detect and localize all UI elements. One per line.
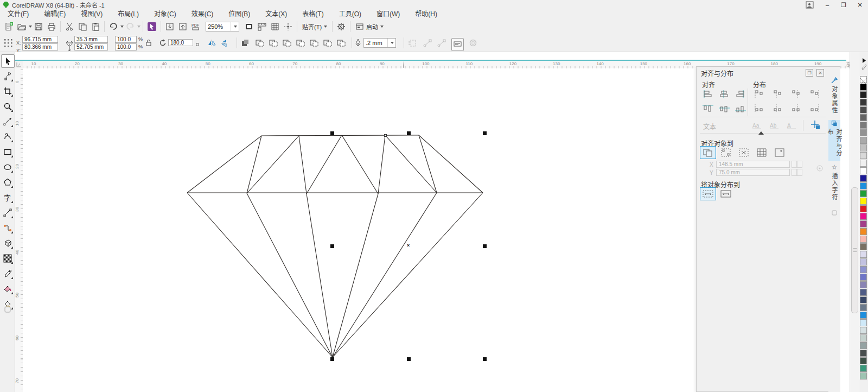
- show-grid-button[interactable]: [269, 20, 282, 33]
- scrollbar-thumb[interactable]: [851, 187, 858, 313]
- distribute-spacing-h-button[interactable]: [789, 87, 805, 100]
- color-swatch[interactable]: [860, 365, 867, 372]
- color-swatch[interactable]: [860, 312, 867, 319]
- freehand-tool[interactable]: [1, 115, 14, 128]
- crop-tool[interactable]: [1, 85, 14, 97]
- color-swatch[interactable]: [860, 266, 867, 273]
- undo-button[interactable]: [107, 20, 120, 33]
- distribute-spacing-v-button[interactable]: [789, 102, 805, 115]
- vertical-ruler[interactable]: 010203040506070: [15, 68, 23, 392]
- align-right-button[interactable]: [732, 87, 749, 100]
- docker-collapse-arrow[interactable]: [758, 131, 764, 135]
- no-color-swatch[interactable]: [860, 76, 867, 83]
- lock-ratio-button[interactable]: [145, 39, 152, 49]
- color-swatch[interactable]: [860, 296, 867, 304]
- outline-width-combo[interactable]: .2 mm: [363, 38, 396, 48]
- color-swatch[interactable]: [860, 258, 867, 265]
- color-swatch[interactable]: [860, 334, 867, 342]
- selection-handle[interactable]: [407, 131, 411, 135]
- object-height-field[interactable]: 52.705 mm: [74, 43, 108, 50]
- shaping-button-1[interactable]: [269, 39, 278, 49]
- object-order-button[interactable]: [241, 39, 250, 49]
- color-swatch[interactable]: [860, 220, 867, 227]
- pick-tool[interactable]: [1, 54, 15, 68]
- color-swatch[interactable]: [860, 175, 867, 182]
- distribute-top-button[interactable]: [752, 102, 768, 115]
- menu-2[interactable]: 视图(V): [73, 10, 110, 19]
- align-left-button[interactable]: [700, 87, 716, 100]
- edit-handles-button[interactable]: [423, 39, 432, 49]
- distribute-right-button[interactable]: [807, 87, 824, 100]
- menu-1[interactable]: 编辑(E): [36, 10, 73, 19]
- docker-close-button[interactable]: ✕: [816, 69, 824, 77]
- align-x-field[interactable]: 148.5 mm: [716, 161, 790, 168]
- tab-object-properties[interactable]: 对象属性: [828, 77, 840, 118]
- selection-center-marker[interactable]: ×: [407, 243, 410, 248]
- color-swatch[interactable]: [860, 228, 867, 235]
- restore-button[interactable]: ❐: [835, 0, 852, 10]
- color-swatch[interactable]: [860, 281, 867, 288]
- shaping-button-5[interactable]: [323, 39, 333, 49]
- y-spinner[interactable]: [792, 169, 802, 176]
- object-width-field[interactable]: 35.3 mm: [74, 36, 108, 43]
- zoom-tool[interactable]: [1, 100, 14, 112]
- distribute-center-h-button[interactable]: [770, 87, 787, 100]
- publish-pdf-button[interactable]: PDF: [189, 20, 202, 33]
- color-swatch[interactable]: [860, 319, 867, 326]
- curve-node-marker[interactable]: [384, 134, 387, 137]
- color-swatch[interactable]: [860, 190, 867, 197]
- align-center-v-button[interactable]: [716, 102, 732, 115]
- cut-button[interactable]: [63, 20, 76, 33]
- x-position-field[interactable]: 96.715 mm: [22, 36, 58, 43]
- color-swatch[interactable]: [860, 213, 867, 220]
- palette-eyedropper-icon[interactable]: [861, 64, 867, 74]
- color-swatch[interactable]: [860, 205, 867, 212]
- show-rulers-button[interactable]: [256, 20, 269, 33]
- extrude-tool[interactable]: [1, 237, 14, 249]
- color-swatch[interactable]: [860, 114, 867, 121]
- zoom-level-combo[interactable]: 250%: [206, 22, 239, 31]
- menu-9[interactable]: 工具(O): [331, 10, 369, 19]
- eyedropper-tool[interactable]: [1, 267, 14, 280]
- color-swatch[interactable]: [860, 129, 867, 136]
- align-to-page-edge-button[interactable]: [718, 146, 734, 159]
- shape-tool[interactable]: [1, 69, 14, 82]
- save-button[interactable]: [32, 20, 45, 33]
- import-button[interactable]: [163, 20, 176, 33]
- ellipse-tool[interactable]: [1, 161, 14, 173]
- align-to-page-center-button[interactable]: [736, 146, 752, 159]
- selection-handle[interactable]: [407, 357, 411, 361]
- shaping-button-0[interactable]: [255, 39, 265, 49]
- align-to-active-objects-button[interactable]: [700, 146, 716, 159]
- color-swatch[interactable]: [860, 243, 867, 250]
- paste-button[interactable]: [89, 20, 102, 33]
- specify-point-button[interactable]: [807, 118, 824, 131]
- color-swatch[interactable]: [860, 91, 867, 98]
- color-swatch[interactable]: [860, 251, 867, 258]
- smart-fill-tool[interactable]: [1, 282, 14, 295]
- polygon-tool[interactable]: [1, 176, 14, 188]
- color-swatch[interactable]: [860, 182, 867, 189]
- align-bottom-button[interactable]: [732, 102, 749, 115]
- menu-0[interactable]: 文件(F): [0, 10, 36, 19]
- connector-tool[interactable]: [1, 222, 14, 234]
- dimension-tool[interactable]: [1, 206, 14, 219]
- zoom-dropdown-icon[interactable]: [231, 22, 239, 31]
- align-text-bounding-button[interactable]: A̲: [783, 119, 800, 132]
- fullscreen-preview-button[interactable]: [242, 20, 256, 33]
- rotation-field[interactable]: 180.0: [168, 39, 193, 46]
- transparency-tool[interactable]: [1, 252, 14, 264]
- menu-10[interactable]: 窗口(W): [369, 10, 407, 19]
- align-text-first-line-button[interactable]: Aa: [749, 119, 765, 132]
- sign-in-icon[interactable]: [806, 1, 814, 10]
- selection-handle[interactable]: [483, 131, 487, 135]
- menu-8[interactable]: 表格(T): [295, 10, 331, 19]
- distribute-to-page-button[interactable]: [718, 187, 734, 200]
- snap-to-button[interactable]: [282, 20, 295, 33]
- launch-menu-button[interactable]: 启动: [353, 20, 386, 33]
- color-swatch[interactable]: [860, 342, 867, 349]
- redo-button-dropdown[interactable]: [137, 26, 141, 28]
- color-swatch[interactable]: [860, 167, 867, 174]
- color-swatch[interactable]: [860, 372, 867, 380]
- mirror-vertical-button[interactable]: [220, 39, 228, 50]
